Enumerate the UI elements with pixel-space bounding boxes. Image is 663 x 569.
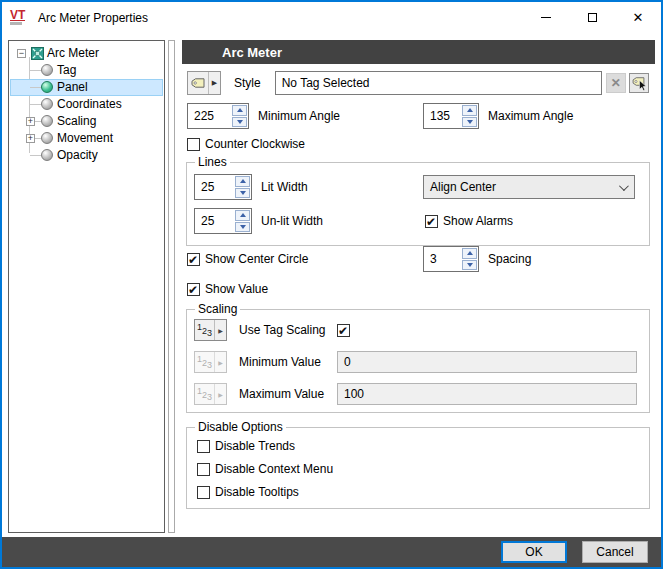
spacing-spinner[interactable]: 3: [423, 246, 479, 272]
arc-meter-properties-dialog: VT Arc Meter Properties ✕ − Arc Meter: [0, 0, 663, 569]
panel-node-icon: [41, 81, 53, 93]
property-tree-panel: − Arc Meter Tag Panel: [8, 40, 165, 533]
use-tag-scaling-checkbox[interactable]: [337, 324, 350, 337]
checkbox-box[interactable]: [187, 253, 200, 266]
minimize-icon: [541, 17, 551, 18]
tree-node-label[interactable]: Coordinates: [57, 97, 122, 111]
maximize-button[interactable]: [569, 2, 615, 33]
tag-node-icon: [41, 64, 53, 76]
tree-node-label[interactable]: Movement: [57, 131, 113, 145]
alignment-dropdown[interactable]: Align Center: [423, 175, 635, 199]
numeric-icon: 123: [195, 384, 215, 404]
properties-panel: Arc Meter ▶ Style No Tag Selected ✕: [182, 40, 655, 533]
panel-splitter[interactable]: [168, 40, 175, 533]
arc-meter-widget-icon: [31, 47, 44, 60]
spin-down-button[interactable]: [232, 117, 247, 128]
show-value-checkbox[interactable]: Show Value: [187, 282, 268, 296]
minimize-button[interactable]: [523, 2, 569, 33]
spacing-label: Spacing: [488, 252, 531, 266]
tree-node-label[interactable]: Panel: [57, 80, 88, 94]
spin-down-button[interactable]: [462, 260, 477, 271]
disable-options-group-title: Disable Options: [195, 420, 286, 434]
unlit-width-spinner[interactable]: 25: [194, 208, 252, 234]
maximum-angle-label: Maximum Angle: [488, 109, 573, 123]
spin-down-button[interactable]: [235, 222, 250, 233]
maximum-angle-spinner[interactable]: 135: [423, 103, 479, 129]
spin-up-button[interactable]: [235, 210, 250, 221]
close-icon: ✕: [633, 10, 644, 25]
checkbox-box[interactable]: [187, 283, 200, 296]
spin-up-button[interactable]: [235, 176, 250, 187]
split-dropdown-arrow-icon: ▶: [215, 384, 226, 404]
show-center-circle-checkbox[interactable]: Show Center Circle: [187, 252, 308, 266]
scaling-group-title: Scaling: [195, 302, 240, 316]
unlit-width-label: Un-lit Width: [261, 214, 323, 228]
tree-node-arc-meter[interactable]: − Arc Meter: [10, 45, 163, 62]
tag-icon: [191, 78, 205, 88]
clear-tag-button[interactable]: ✕: [606, 73, 626, 93]
clear-icon: ✕: [611, 76, 621, 90]
tree-node-label[interactable]: Tag: [57, 63, 76, 77]
spin-down-button[interactable]: [235, 188, 250, 199]
checkbox-box[interactable]: [197, 463, 210, 476]
tree-node-label[interactable]: Opacity: [57, 148, 98, 162]
tree-expander-icon[interactable]: +: [26, 134, 35, 143]
tree-node-label[interactable]: Arc Meter: [47, 46, 99, 60]
cursor-arrow-icon: [639, 80, 647, 91]
disable-trends-checkbox[interactable]: Disable Trends: [197, 439, 295, 453]
window-title: Arc Meter Properties: [38, 11, 148, 25]
split-dropdown-arrow-icon[interactable]: ▶: [209, 72, 220, 94]
disable-options-group: Disable Options Disable Trends Disable C…: [186, 427, 650, 509]
disable-context-menu-checkbox[interactable]: Disable Context Menu: [197, 462, 333, 476]
panel-header: Arc Meter: [182, 40, 655, 64]
scaling-node-icon: [41, 115, 53, 127]
scaling-group: Scaling 123 ▶ Use Tag Scaling 123: [186, 309, 650, 413]
minimum-angle-spinner[interactable]: 225: [187, 103, 249, 129]
show-alarms-checkbox[interactable]: Show Alarms: [425, 214, 513, 228]
style-label: Style: [234, 76, 261, 90]
checkbox-box[interactable]: [187, 138, 200, 151]
checkbox-box[interactable]: [197, 440, 210, 453]
minimum-angle-label: Minimum Angle: [258, 109, 340, 123]
spin-up-button[interactable]: [232, 105, 247, 116]
style-tag-split-button[interactable]: ▶: [187, 71, 221, 95]
movement-node-icon: [41, 132, 53, 144]
tree-expander-icon[interactable]: +: [26, 117, 35, 126]
minimum-value-input: 0: [337, 351, 637, 373]
checkbox-box[interactable]: [197, 486, 210, 499]
tree-node-opacity[interactable]: Opacity: [10, 147, 163, 164]
tree-node-movement[interactable]: + Movement: [10, 130, 163, 147]
counter-clockwise-checkbox[interactable]: Counter Clockwise: [187, 137, 305, 151]
lit-width-spinner[interactable]: 25: [194, 174, 252, 200]
close-button[interactable]: ✕: [615, 2, 661, 33]
disable-tooltips-checkbox[interactable]: Disable Tooltips: [197, 485, 299, 499]
tree-node-scaling[interactable]: + Scaling: [10, 113, 163, 130]
ok-button[interactable]: OK: [501, 541, 567, 563]
panel-header-title: Arc Meter: [222, 45, 282, 60]
pick-tag-button[interactable]: [629, 73, 649, 93]
maximize-icon: [588, 13, 597, 22]
split-dropdown-arrow-icon: ▶: [215, 352, 226, 372]
opacity-node-icon: [41, 149, 53, 161]
lit-width-label: Lit Width: [261, 180, 308, 194]
tree-expander-icon[interactable]: −: [17, 49, 26, 58]
lines-group: Lines 25 Lit Width Align Center 25: [186, 162, 650, 246]
spin-up-button[interactable]: [462, 248, 477, 259]
tree-node-label[interactable]: Scaling: [57, 114, 96, 128]
spin-down-button[interactable]: [462, 117, 477, 128]
dialog-footer: OK Cancel: [2, 537, 661, 567]
tree-node-coordinates[interactable]: Coordinates: [10, 96, 163, 113]
checkbox-box[interactable]: [425, 215, 438, 228]
style-input[interactable]: No Tag Selected: [275, 71, 602, 95]
maximum-value-label: Maximum Value: [239, 387, 324, 401]
checkbox-box[interactable]: [337, 324, 350, 337]
spin-up-button[interactable]: [462, 105, 477, 116]
minimum-value-expression-button: 123 ▶: [194, 351, 227, 373]
use-tag-scaling-expression-button[interactable]: 123 ▶: [194, 319, 227, 341]
cancel-button[interactable]: Cancel: [582, 541, 648, 563]
tree-node-panel[interactable]: Panel: [10, 79, 163, 96]
maximum-value-expression-button: 123 ▶: [194, 383, 227, 405]
tree-node-tag[interactable]: Tag: [10, 62, 163, 79]
split-dropdown-arrow-icon[interactable]: ▶: [215, 320, 226, 340]
title-bar[interactable]: VT Arc Meter Properties ✕: [2, 2, 661, 33]
